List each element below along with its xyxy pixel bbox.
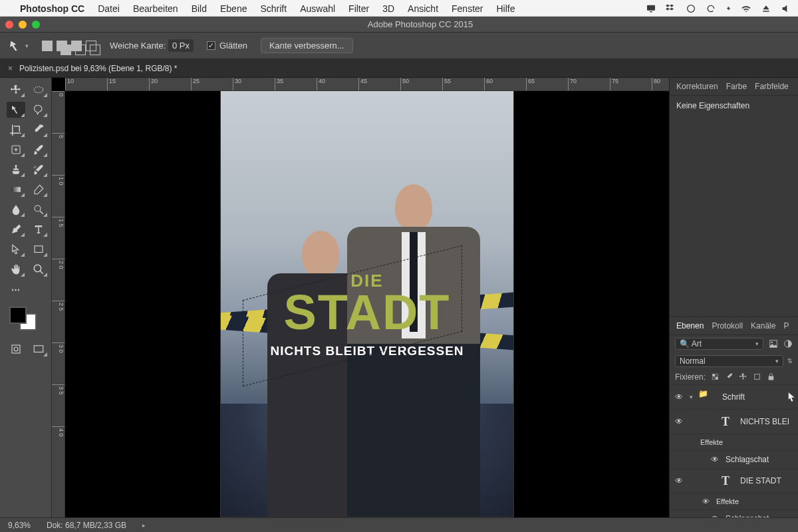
tab-farbe[interactable]: Farbe <box>726 82 747 91</box>
eyedropper-tool[interactable] <box>29 122 48 138</box>
quick-select-tool[interactable] <box>29 102 48 118</box>
healing-tool[interactable] <box>7 142 25 158</box>
crop-tool[interactable] <box>7 122 25 138</box>
menu-ansicht[interactable]: Ansicht <box>408 3 438 14</box>
minimize-window-button[interactable] <box>19 21 27 29</box>
gradient-tool[interactable] <box>7 182 25 198</box>
screen-icon[interactable] <box>646 3 656 14</box>
app-name[interactable]: Photoshop CC <box>20 3 84 14</box>
visibility-icon[interactable]: 👁 <box>674 476 684 485</box>
options-bar: ▾ Weiche Kante: 0 Px Glätten Kante verbe… <box>0 33 798 59</box>
menu-filter[interactable]: Filter <box>348 3 369 14</box>
wifi-icon[interactable] <box>741 3 751 14</box>
type-tool[interactable] <box>29 221 48 237</box>
tab-pfade[interactable]: P <box>783 321 789 331</box>
maximize-window-button[interactable] <box>32 21 40 29</box>
lasso-tool[interactable] <box>7 102 25 118</box>
menu-fenster[interactable]: Fenster <box>452 3 483 14</box>
layer-effect-item[interactable]: 👁 Schlagschat <box>670 509 798 518</box>
close-tab-icon[interactable]: × <box>8 64 13 73</box>
menu-ebene[interactable]: Ebene <box>220 3 247 14</box>
circle-icon[interactable] <box>686 3 696 14</box>
bluetooth-icon[interactable]: ᛭ <box>726 3 732 14</box>
screenmode-button[interactable] <box>29 341 48 357</box>
poster-text-sub: NICHTS BLEIBT VERGESSEN <box>221 344 513 358</box>
status-menu-icon[interactable]: ▸ <box>142 522 146 529</box>
layer-effects-label[interactable]: Effekte <box>670 434 798 450</box>
lock-artboard-icon[interactable] <box>753 372 761 381</box>
artboard[interactable]: DIE STADT NICHTS BLEIBT VERGESSEN <box>221 91 513 517</box>
ruler-tick: 15 <box>107 78 149 90</box>
close-window-button[interactable] <box>5 21 13 29</box>
brush-tool[interactable] <box>29 142 48 158</box>
canvas-workspace[interactable]: 10 15 20 25 30 35 40 45 50 55 60 65 70 7… <box>52 78 669 517</box>
antialias-checkbox[interactable]: Glätten <box>207 41 247 51</box>
menu-datei[interactable]: Datei <box>98 3 120 14</box>
visibility-icon[interactable]: 👁 <box>710 455 720 464</box>
edit-toolbar-button[interactable]: ⋯ <box>7 281 25 297</box>
layer-row-group[interactable]: 👁 ▾ 📁 Schrift <box>670 384 798 409</box>
layer-effects-label[interactable]: 👁 Effekte <box>670 493 798 509</box>
filter-image-icon[interactable] <box>769 339 778 348</box>
selection-new-icon[interactable] <box>42 41 53 51</box>
visibility-icon[interactable]: 👁 <box>674 392 684 402</box>
pen-tool[interactable] <box>7 221 25 237</box>
selection-add-icon[interactable] <box>57 41 67 51</box>
visibility-icon[interactable]: 👁 <box>674 417 684 426</box>
eject-icon[interactable] <box>761 3 771 14</box>
refine-edge-button[interactable]: Kante verbessern... <box>261 38 353 53</box>
menu-3d[interactable]: 3D <box>382 3 394 14</box>
current-tool-indicator[interactable]: ▾ <box>9 39 29 53</box>
ruler-tick: 80 <box>652 78 669 90</box>
lock-position-icon[interactable] <box>739 372 747 381</box>
zoom-level[interactable]: 9,63% <box>8 521 31 530</box>
blend-mode-select[interactable]: Normal▾ <box>675 355 783 367</box>
feather-field[interactable]: 0 Px <box>168 39 194 52</box>
move-tool[interactable] <box>7 82 25 98</box>
svg-rect-18 <box>716 377 718 380</box>
visibility-icon[interactable]: 👁 <box>710 514 720 518</box>
menu-schrift[interactable]: Schrift <box>260 3 287 14</box>
selection-subtract-icon[interactable] <box>71 41 82 51</box>
dropbox-icon[interactable] <box>666 3 676 14</box>
tab-ebenen[interactable]: Ebenen <box>676 321 704 331</box>
path-select-tool[interactable] <box>7 241 25 257</box>
layer-row-text[interactable]: 👁 T NICHTS BLEI <box>670 409 798 434</box>
menu-bild[interactable]: Bild <box>192 3 207 14</box>
volume-icon[interactable] <box>781 3 791 14</box>
hand-tool[interactable] <box>7 261 25 277</box>
lock-all-icon[interactable] <box>767 372 775 381</box>
selection-intersect-icon[interactable] <box>86 41 96 51</box>
canvas-area[interactable]: DIE STADT NICHTS BLEIBT VERGESSEN <box>65 91 669 517</box>
zoom-tool[interactable] <box>29 261 48 277</box>
document-tab[interactable]: × Polizisten.psd bei 9,63% (Ebene 1, RGB… <box>0 59 798 78</box>
visibility-icon[interactable]: 👁 <box>700 497 711 505</box>
tab-korrekturen[interactable]: Korrekturen <box>676 82 718 91</box>
menu-hilfe[interactable]: Hilfe <box>497 3 515 14</box>
tab-kanaele[interactable]: Kanäle <box>751 321 775 331</box>
menu-auswahl[interactable]: Auswahl <box>300 3 335 14</box>
layer-filter-kind[interactable]: 🔍 Art▾ <box>675 338 763 350</box>
stamp-tool[interactable] <box>7 162 25 178</box>
tab-farbfelder[interactable]: Farbfelde <box>755 82 789 91</box>
blur-tool[interactable] <box>7 201 25 217</box>
doc-info[interactable]: Dok: 68,7 MB/2,33 GB <box>47 521 126 530</box>
history-brush-tool[interactable] <box>29 162 48 178</box>
menu-bearbeiten[interactable]: Bearbeiten <box>133 3 178 14</box>
foreground-color[interactable] <box>9 307 27 324</box>
filter-adjust-icon[interactable] <box>783 339 793 348</box>
layer-effect-item[interactable]: 👁 Schlagschat <box>670 450 798 468</box>
lock-pixels-icon[interactable] <box>711 372 720 381</box>
dodge-tool[interactable] <box>29 201 48 217</box>
svg-rect-5 <box>11 187 21 192</box>
eraser-tool[interactable] <box>29 182 48 198</box>
shape-tool[interactable] <box>29 241 48 257</box>
quickmask-button[interactable] <box>7 341 25 357</box>
color-swatches[interactable] <box>9 307 33 331</box>
lock-brush-icon[interactable] <box>725 372 733 381</box>
marquee-tool[interactable] <box>29 82 48 98</box>
sync-icon[interactable] <box>706 3 716 14</box>
tab-protokoll[interactable]: Protokoll <box>712 321 743 331</box>
layer-row-text[interactable]: 👁 T DIE STADT <box>670 468 798 493</box>
svg-point-6 <box>35 205 41 211</box>
